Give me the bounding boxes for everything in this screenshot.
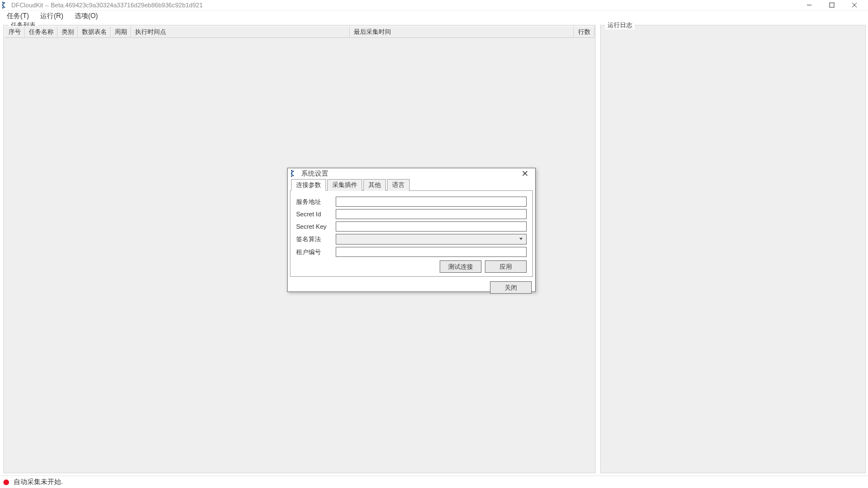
label-secret-key: Secret Key xyxy=(296,223,336,230)
input-secret-key[interactable] xyxy=(336,221,527,232)
tab-connection[interactable]: 连接参数 xyxy=(291,179,326,191)
col-category[interactable]: 类别 xyxy=(58,26,78,38)
title-bar: DFCloudKit -- Beta.469423c9a30324a33716d… xyxy=(0,0,868,10)
col-period[interactable]: 周期 xyxy=(111,26,131,38)
window-title: DFCloudKit -- Beta.469423c9a30324a33716d… xyxy=(11,2,203,8)
status-indicator-icon xyxy=(3,480,9,485)
tab-plugins[interactable]: 采集插件 xyxy=(327,179,362,191)
dialog-body: 连接参数 采集插件 其他 语言 服务地址 Secret Id Secret Ke… xyxy=(288,178,535,279)
task-table-header: 序号 任务名称 类别 数据表名 周期 执行时间点 最后采集时间 行数 xyxy=(5,26,594,38)
close-button-dialog[interactable]: 关闭 xyxy=(490,281,532,294)
status-text: 自动采集未开始. xyxy=(14,477,63,487)
col-name[interactable]: 任务名称 xyxy=(25,26,58,38)
input-tenant-id[interactable] xyxy=(336,247,527,257)
label-sign-algo: 签名算法 xyxy=(296,235,336,243)
col-last-collect[interactable]: 最后采集时间 xyxy=(350,26,575,38)
dialog-app-icon xyxy=(291,170,298,177)
tab-panel-connection: 服务地址 Secret Id Secret Key 签名算法 租户编号 测试连接 xyxy=(290,190,533,277)
app-icon xyxy=(2,2,9,8)
col-index[interactable]: 序号 xyxy=(5,26,25,38)
menu-tasks[interactable]: 任务(T) xyxy=(1,10,34,22)
col-rows[interactable]: 行数 xyxy=(574,26,594,38)
svg-rect-1 xyxy=(830,3,834,7)
input-secret-id[interactable] xyxy=(336,209,527,219)
apply-button[interactable]: 应用 xyxy=(485,260,527,273)
menu-bar: 任务(T) 运行(R) 选项(O) xyxy=(0,10,868,21)
label-secret-id: Secret Id xyxy=(296,211,336,217)
maximize-button[interactable] xyxy=(821,0,843,10)
dialog-close-button[interactable] xyxy=(518,168,532,178)
input-service-addr[interactable] xyxy=(336,197,527,207)
col-table[interactable]: 数据表名 xyxy=(78,26,111,38)
col-exec-time[interactable]: 执行时间点 xyxy=(131,26,350,38)
run-log-panel: 运行日志 xyxy=(600,25,866,473)
dialog-title-bar[interactable]: 系统设置 xyxy=(288,168,535,178)
tab-other[interactable]: 其他 xyxy=(363,179,386,191)
label-tenant-id: 租户编号 xyxy=(296,248,336,256)
menu-run[interactable]: 运行(R) xyxy=(34,10,69,22)
select-sign-algo[interactable] xyxy=(336,234,527,245)
menu-options[interactable]: 选项(O) xyxy=(69,10,103,22)
status-bar: 自动采集未开始. xyxy=(0,476,868,488)
label-service-addr: 服务地址 xyxy=(296,198,336,206)
dialog-footer: 关闭 xyxy=(288,279,535,297)
run-log-title: 运行日志 xyxy=(605,21,635,29)
tab-language[interactable]: 语言 xyxy=(387,179,410,191)
test-connection-button[interactable]: 测试连接 xyxy=(440,260,481,273)
settings-dialog: 系统设置 连接参数 采集插件 其他 语言 服务地址 Secret Id Secr… xyxy=(287,168,536,292)
dialog-title: 系统设置 xyxy=(301,169,328,178)
close-button[interactable] xyxy=(843,0,866,10)
dialog-tab-strip: 连接参数 采集插件 其他 语言 xyxy=(291,179,533,191)
minimize-button[interactable] xyxy=(798,0,821,10)
